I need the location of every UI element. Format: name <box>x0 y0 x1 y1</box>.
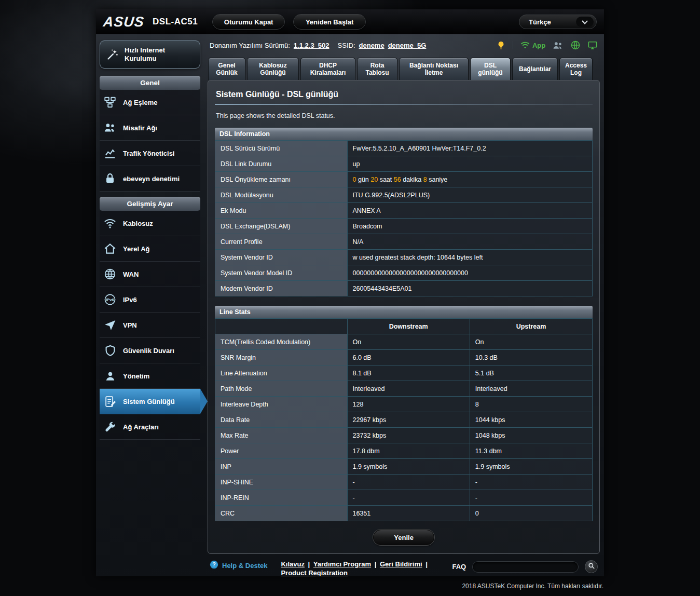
faq-label: FAQ <box>452 563 466 571</box>
sidebar-item-yonetim[interactable]: Yönetim <box>100 363 200 389</box>
upstream-value: 10.3 dB <box>470 350 592 365</box>
language-caret-cap <box>576 17 594 27</box>
sidebar-item-label: WAN <box>123 270 139 278</box>
line-stats-header: Line Stats <box>215 306 593 318</box>
led-bulb-icon[interactable] <box>496 40 506 50</box>
column-header-downstream: Downstream <box>347 319 470 334</box>
row-value: 0 gün 20 saat 56 dakika 8 saniye <box>347 172 593 187</box>
tab-genel-gunluk[interactable]: Genel Günlük <box>208 58 245 80</box>
refresh-button[interactable]: Yenile <box>373 530 434 545</box>
line-stats-row: Power17.8 dbm11.3 dbm <box>215 443 593 459</box>
internet-globe-icon[interactable] <box>570 40 581 50</box>
line-stats-header-row: DownstreamUpstream <box>215 319 593 334</box>
downstream-value: 23732 kbps <box>347 428 470 443</box>
quick-setup-button[interactable]: Hızlı Internet Kurulumu <box>100 40 200 69</box>
sidebar-item-guvenlik-duvari[interactable]: Güvenlik Duvarı <box>100 338 200 363</box>
tab-dsl-gunlugu[interactable]: DSL günlüğü <box>470 58 511 80</box>
sidebar-item-label: Kablosuz <box>123 220 153 227</box>
system-log-icon <box>102 393 118 410</box>
search-button[interactable] <box>585 560 598 573</box>
tab-baglantilar[interactable]: Bağlantılar <box>512 58 558 80</box>
sidebar-sections: GenelAğ EşlemeMisafir AğıTrafik Yönetici… <box>100 76 200 440</box>
footer-link-kilavuz[interactable]: Kılavuz <box>281 560 305 568</box>
tab-baglanti-noktasi-i-letme[interactable]: Bağlantı Noktası İletme <box>399 58 469 80</box>
title-divider <box>215 104 593 105</box>
dsl-info-row: DSL Sürücü SürümüFwVer:5.5.2.10_A_A60901… <box>215 141 593 156</box>
faq-search-input[interactable] <box>472 561 579 573</box>
app-window: ASUS DSL-AC51 Oturumu Kapat Yeniden Başl… <box>96 9 604 576</box>
row-value: 26005443434E5A01 <box>347 281 593 296</box>
line-stats-row: CRC163510 <box>215 506 593 521</box>
display-icon[interactable] <box>587 40 598 50</box>
row-value: w used greatest stack depth: 10644 bytes… <box>347 250 593 265</box>
ssid-link-5g[interactable]: deneme_5G <box>388 42 427 49</box>
tab-rota-tablosu[interactable]: Rota Tablosu <box>357 58 397 80</box>
sidebar-item-wan[interactable]: WAN <box>100 262 200 287</box>
row-label: Path Mode <box>215 381 348 397</box>
firewall-icon <box>102 342 118 359</box>
tab-kablosuz-gunlugu[interactable]: Kablosuz Günlüğü <box>247 58 299 80</box>
ssid-link-2g[interactable]: deneme <box>359 42 385 49</box>
logout-button[interactable]: Oturumu Kapat <box>212 14 285 30</box>
svg-text:?: ? <box>212 561 215 567</box>
line-stats-table: DownstreamUpstreamTCM(Trellis Coded Modu… <box>215 318 593 521</box>
line-stats-row: SNR Margin6.0 dB10.3 dB <box>215 350 593 365</box>
firmware-version-link[interactable]: 1.1.2.3_502 <box>294 42 330 49</box>
model-name: DSL-AC51 <box>153 17 198 27</box>
sidebar-item-ebeveyn-denetimi[interactable]: ebeveyn denetimi <box>100 166 200 192</box>
sidebar-item-sistem-gunlugu[interactable]: Sistem Günlüğü <box>100 389 200 414</box>
upstream-value: 5.1 dB <box>470 365 592 381</box>
language-select[interactable]: Türkçe <box>519 15 597 29</box>
sidebar-item-ag-araclari[interactable]: Ağ Araçları <box>100 414 200 440</box>
clients-icon[interactable] <box>552 39 564 51</box>
sidebar-item-label: ebeveyn denetimi <box>123 175 180 183</box>
sidebar-item-misafir-agi[interactable]: Misafir Ağı <box>100 115 200 141</box>
firmware-label: Donanım Yazılımı Sürümü: <box>210 42 290 49</box>
wifi-app-button[interactable]: App <box>520 40 545 50</box>
sidebar-item-yerel-ag[interactable]: Yerel Ağ <box>100 236 200 262</box>
footer-link-separator: | <box>306 560 312 568</box>
row-value: ITU G.992.5(ADSL2PLUS) <box>347 187 593 203</box>
network-map-icon <box>102 94 118 111</box>
row-value: N/A <box>347 234 593 250</box>
language-value: Türkçe <box>529 18 551 26</box>
row-label: SNR Margin <box>215 350 348 365</box>
sidebar-item-label: Ağ Eşleme <box>123 99 157 106</box>
row-label: Line Attenuation <box>215 365 348 381</box>
sidebar-item-vpn[interactable]: VPN <box>100 313 200 338</box>
dsl-info-row: DSL Link Durumuup <box>215 156 593 172</box>
quick-setup-label: Hızlı Internet Kurulumu <box>125 46 195 62</box>
footer-link-product-registration[interactable]: Product Registration <box>281 569 348 576</box>
row-label: Ek Modu <box>215 203 348 219</box>
status-divider <box>513 41 513 49</box>
footer-links: Kılavuz | Yardımcı Program | Geri Bildir… <box>281 560 452 576</box>
line-stats-row: INP-REIN-- <box>215 490 593 506</box>
content-column: Donanım Yazılımı Sürümü: 1.1.2.3_502 SSI… <box>203 34 604 576</box>
footer-link-yardimci-program[interactable]: Yardımcı Program <box>313 560 371 568</box>
reboot-button[interactable]: Yeniden Başlat <box>293 14 366 30</box>
help-link[interactable]: ? Help & Destek <box>210 560 267 571</box>
lan-icon <box>102 240 118 257</box>
sidebar-item-ipv6[interactable]: IPv6IPv6 <box>100 287 200 313</box>
ssid-label: SSID: <box>338 42 355 49</box>
tab-access-log[interactable]: Access Log <box>559 58 593 80</box>
row-label: DSL Link Durumu <box>215 156 348 172</box>
row-label: INP <box>215 459 348 475</box>
tab-dhcp-kiralamalari[interactable]: DHCP Kiralamaları <box>300 58 355 80</box>
upstream-value: - <box>470 490 592 506</box>
sidebar-item-label: Yerel Ağ <box>123 245 150 253</box>
wifi-icon <box>520 40 530 50</box>
sidebar-item-trafik-yoneticisi[interactable]: Trafik Yöneticisi <box>100 141 200 166</box>
line-stats-row: INP1.9 symbols1.9 symbols <box>215 459 593 475</box>
main-panel: Sistem Günlüğü - DSL günlüğü This page s… <box>208 80 600 554</box>
footer-link-separator: | <box>373 560 378 568</box>
footer-link-geri-bildirimi[interactable]: Geri Bildirimi <box>380 560 422 568</box>
row-value: up <box>347 156 593 172</box>
upstream-value: - <box>470 475 592 490</box>
sidebar-item-ag-esleme[interactable]: Ağ Eşleme <box>100 90 200 115</box>
sidebar-item-kablosuz[interactable]: Kablosuz <box>100 211 200 236</box>
svg-text:IPv6: IPv6 <box>106 297 114 302</box>
help-label: Help & Destek <box>222 562 267 570</box>
page: ASUS DSL-AC51 Oturumu Kapat Yeniden Başl… <box>0 0 700 596</box>
row-label: Power <box>215 443 348 459</box>
